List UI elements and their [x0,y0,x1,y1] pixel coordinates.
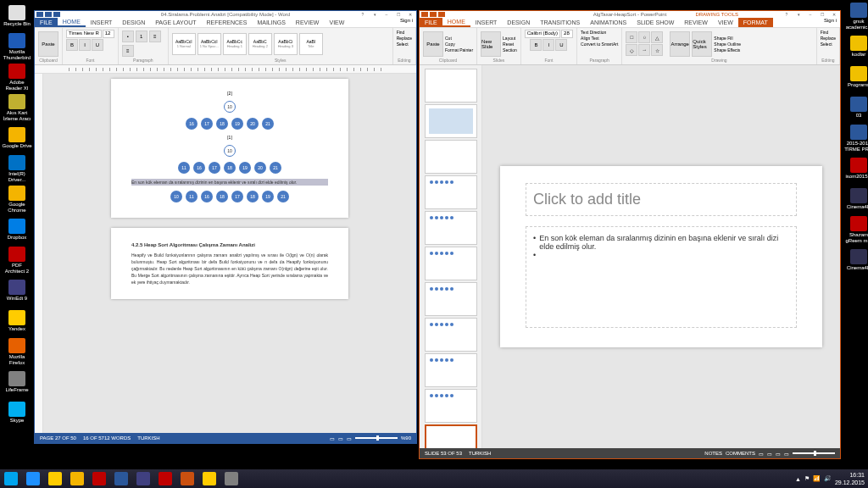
copy-button[interactable]: Copy [445,42,473,47]
replace-button[interactable]: Replace [821,36,836,41]
desktop-icon[interactable]: kodlar [843,32,868,61]
language[interactable]: TURKISH [469,451,491,456]
zoom-slider[interactable] [793,452,835,454]
taskbar-chrome[interactable] [66,469,88,488]
select-button[interactable]: Select [397,42,409,47]
ruler-horizontal[interactable] [35,65,416,74]
taskbar-ie[interactable] [22,469,44,488]
slide-thumbnail[interactable] [425,353,477,387]
desktop-icon[interactable]: Programs [843,63,868,92]
view-web-icon[interactable]: ▭ [347,435,352,441]
taskbar-filezilla[interactable] [88,469,110,488]
view-read-icon[interactable]: ▭ [330,435,335,441]
word-page-2[interactable]: 4.2.5 Heap Sort Algoritması Çalışma Zama… [111,228,348,299]
tab-view[interactable]: VIEW [324,18,349,27]
taskbar-explorer2[interactable] [198,469,220,488]
desktop-icon[interactable]: 2015-2016 TİRME PR... [843,124,868,152]
tab-file[interactable]: FILE [35,18,58,27]
taskbar-winedt[interactable] [132,469,154,488]
maximize-icon[interactable]: ☐ [394,12,403,17]
desktop-icon[interactable]: Google Drive [2,124,32,152]
slide-body-placeholder[interactable]: En son kök eleman da sıralanmış dizinin … [526,226,797,328]
taskbar-task[interactable] [220,469,242,488]
notes-button[interactable]: NOTES [704,451,722,456]
page-count[interactable]: PAGE 27 OF 50 [40,435,76,441]
bullets-button[interactable]: • [122,30,134,42]
italic-button[interactable]: I [79,39,91,51]
tab-page layout[interactable]: PAGE LAYOUT [150,18,201,27]
shape-outline-button[interactable]: Shape Outline [714,42,741,47]
minimize-icon[interactable]: – [806,12,815,17]
tab-design[interactable]: DESIGN [502,18,535,27]
ribbon-opts-icon[interactable]: ▾ [794,12,803,17]
word-page-1[interactable]: [2] 10 161718192021 [1] 10 1116171819202… [111,79,348,218]
undo-icon[interactable] [430,12,437,17]
ruler-vertical[interactable] [35,74,43,433]
clock[interactable]: 16:31 29.12.2015 [835,471,865,486]
view-reading-icon[interactable]: ▭ [776,451,781,457]
desktop-icon[interactable]: Adobe Reader XI [2,63,32,92]
select-button[interactable]: Select [821,42,832,47]
slide-thumbnail[interactable] [425,211,477,245]
desktop-icon[interactable]: Cinema4D [843,246,868,274]
comments-button[interactable]: COMMENTS [726,451,755,456]
word-qat[interactable] [36,12,60,17]
tab-references[interactable]: REFERENCES [202,18,253,27]
tab-mailings[interactable]: MAILINGS [252,18,290,27]
view-normal-icon[interactable]: ▭ [759,451,764,457]
slide-thumbnail[interactable] [425,140,477,174]
find-button[interactable]: Find [821,30,829,35]
styles-gallery[interactable]: AaBbCcI1 NormalAaBbCcI1 No Spac...AaBbCc… [172,30,389,58]
save-icon[interactable] [36,12,43,17]
bold-button[interactable]: B [66,39,78,51]
underline-button[interactable]: U [92,39,103,51]
quick-styles-button[interactable]: Quick Styles [692,31,712,57]
slide-thumbnail[interactable] [425,69,477,103]
slide-thumbnail[interactable] [425,282,477,316]
slide-thumbnail[interactable] [425,318,477,352]
slide-title-placeholder[interactable]: Click to add title [526,183,797,216]
paste-button[interactable]: Paste [38,31,58,57]
shape-effects-button[interactable]: Shape Effects [714,47,741,53]
tab-home[interactable]: HOME [58,18,86,27]
redo-icon[interactable] [438,12,445,17]
action-center-icon[interactable]: ⚑ [804,475,810,482]
slide-thumbnail[interactable] [425,175,477,209]
desktop-icon[interactable]: WinEdt 9 [2,276,32,305]
tab-design[interactable]: DESIGN [117,18,150,27]
desktop-icon[interactable]: Cinema4D [843,185,868,214]
tab-transitions[interactable]: TRANSITIONS [535,18,585,27]
arrange-button[interactable]: Arrange [670,31,690,57]
save-icon[interactable] [421,12,428,17]
taskbar-start[interactable] [0,469,22,488]
desktop-icon[interactable]: Akıs Kart İzleme Aracı [2,93,32,122]
desktop-icon[interactable]: 03 [843,93,868,122]
align-text-button[interactable]: Align Text [581,36,599,41]
slide-thumbnail[interactable] [425,247,477,280]
desktop-icon[interactable]: Shazam gReem m... [843,215,868,244]
help-icon[interactable]: ? [359,12,367,17]
current-slide[interactable]: Click to add title En son kök eleman da … [500,166,822,347]
shape-fill-button[interactable]: Shape Fill [714,36,741,41]
taskbar-word[interactable] [110,469,132,488]
taskbar-explorer[interactable] [44,469,66,488]
cut-button[interactable]: Cut [445,36,473,41]
network-icon[interactable]: 📶 [813,475,821,482]
section-button[interactable]: Section [503,47,517,53]
desktop-icon[interactable]: Mozilla Thunderbird [2,32,32,61]
slide-thumbnail[interactable] [425,389,477,423]
style-item[interactable]: AaBbCHeading 2 [248,33,272,55]
maximize-icon[interactable]: ☐ [818,12,826,17]
underline-button[interactable]: U [555,39,567,51]
tab-insert[interactable]: INSERT [470,18,503,27]
tray-up-icon[interactable]: ▲ [795,476,801,482]
new-slide-button[interactable]: New Slide [481,31,501,57]
convert-smartart-button[interactable]: Convert to SmartArt [581,42,618,47]
bold-button[interactable]: B [530,39,542,51]
style-item[interactable]: AaBbCcHeading 1 [223,33,247,55]
view-sorter-icon[interactable]: ▭ [767,451,772,457]
word-count[interactable]: 16 OF 5712 WORDS [83,435,131,441]
find-button[interactable]: Find [397,30,405,35]
desktop-icon[interactable]: Intel(R) Driver... [2,154,32,183]
ppt-qat[interactable] [421,12,445,17]
